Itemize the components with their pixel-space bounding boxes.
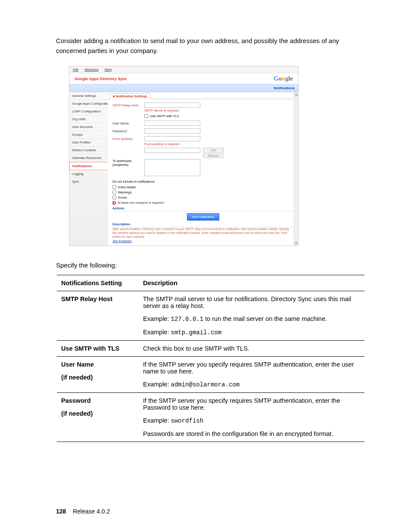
sidebar-item-user-accounts[interactable]: User Accounts (69, 123, 108, 131)
label-user-name: User Name: (112, 121, 144, 125)
sidebar-item-logging[interactable]: Logging (69, 170, 108, 178)
add-button[interactable]: Add (203, 148, 224, 152)
breadcrumb-bar: Notifications (69, 84, 298, 92)
specify-following-text: Specify the following: (56, 261, 364, 269)
error-recipient-required: At least one recipient is required. (118, 201, 165, 205)
input-smtp-relay-host[interactable] (144, 103, 200, 108)
label-password: Password: (112, 129, 144, 133)
menu-help[interactable]: Help (105, 68, 112, 72)
sidebar-item-org-units[interactable]: Org Units (69, 115, 108, 123)
error-icon: ✖ (112, 201, 116, 205)
error-from-address-required: From address is required. (144, 142, 294, 146)
sidebar-item-google-apps-configuration[interactable]: Google Apps Configuration (69, 100, 108, 108)
table-row: User Name (if needed) If the SMTP server… (57, 357, 364, 393)
label-to-addresses: To addresses (recipients) (112, 159, 144, 167)
input-from-address[interactable] (144, 136, 200, 141)
label-use-smtp-tls: Use SMTP with TLS (150, 114, 179, 118)
cell-desc-password: If the SMTP server you specify requires … (139, 393, 364, 442)
intro-text: Consider adding a notification to send m… (56, 36, 364, 56)
table-row: Password (if needed) If the SMTP server … (57, 393, 364, 442)
input-recipient[interactable] (144, 148, 200, 153)
label-warnings: Warnings (118, 190, 131, 194)
listbox-recipients[interactable] (144, 159, 200, 176)
cell-desc-smtp-relay-host: The SMTP mail server to use for notifica… (139, 291, 364, 341)
sidebar-item-notifications[interactable]: Notifications (69, 162, 108, 170)
cell-desc-user-name: If the SMTP server you specify requires … (139, 357, 364, 393)
page-footer: 128 Release 4.0.2 (56, 508, 110, 515)
menu-file[interactable]: File (73, 68, 78, 72)
app-title: Google Apps Directory Sync (75, 77, 127, 81)
sidebar-item-user-profiles[interactable]: User Profiles (69, 139, 108, 146)
description-body: After synchronization, Directory sync co… (112, 227, 294, 239)
checkbox-errors[interactable] (112, 196, 116, 199)
sidebar-item-groups[interactable]: Groups (69, 131, 108, 139)
section-actions: Actions (112, 206, 294, 212)
checkbox-warnings[interactable] (112, 190, 116, 194)
test-notification-button[interactable]: Test Notification (187, 213, 219, 221)
sidebar-item-general-settings[interactable]: General Settings (69, 92, 108, 100)
checkbox-use-smtp-tls[interactable] (144, 114, 148, 118)
link-see-examples[interactable]: See Examples (112, 240, 132, 243)
remove-button[interactable]: Remove (203, 153, 224, 158)
sidebar-item-ldap-configuration[interactable]: LDAP Configuration (69, 108, 108, 115)
cell-key-user-name: User Name (if needed) (57, 357, 139, 393)
error-smtp-server-required: SMTP Server is required. (144, 109, 294, 112)
tab-notification-settings[interactable]: ■ Notification Settings (110, 93, 150, 99)
scroll-up-icon[interactable]: ▴ (294, 93, 298, 96)
input-password[interactable] (144, 128, 200, 134)
cell-key-smtp-relay-host: SMTP Relay Host (57, 291, 139, 341)
th-setting: Notifications Setting (57, 275, 139, 291)
cell-desc-use-smtp-tls: Check this box to use SMTP with TLS. (139, 341, 364, 357)
label-errors: Errors (118, 196, 127, 199)
sidebar-item-shared-contacts[interactable]: Shared Contacts (69, 146, 108, 154)
label-smtp-relay-host: SMTP Relay Host: (112, 103, 144, 107)
table-row: Use SMTP with TLS Check this box to use … (57, 341, 364, 357)
menu-bar: File Windows Help (69, 66, 298, 73)
app-window-screenshot: File Windows Help Google Apps Directory … (69, 66, 299, 246)
input-user-name[interactable] (144, 121, 200, 126)
label-do-not-include: Do not include in notifications: (112, 180, 294, 184)
google-logo: Google (274, 75, 293, 82)
th-description: Description (139, 275, 364, 291)
menu-windows[interactable]: Windows (84, 68, 98, 72)
cell-key-password: Password (if needed) (57, 393, 139, 442)
section-description: Description (112, 222, 294, 227)
sidebar-item-calendar-resources[interactable]: Calendar Resources (69, 154, 108, 162)
label-extra-details: Extra details (118, 185, 136, 189)
table-row: SMTP Relay Host The SMTP mail server to … (57, 291, 364, 341)
settings-table: Notifications Setting Description SMTP R… (57, 275, 364, 442)
sidebar-item-sync[interactable]: Sync (69, 178, 108, 186)
cell-key-use-smtp-tls: Use SMTP with TLS (57, 341, 139, 357)
sidebar: General Settings Google Apps Configurati… (69, 92, 108, 246)
scroll-down-icon[interactable]: ▾ (294, 241, 298, 245)
form-pane: ▴ ▾ ■ Notification Settings SMTP Relay H… (108, 92, 298, 246)
checkbox-extra-details[interactable] (112, 185, 116, 189)
label-from-address: From address: (112, 137, 144, 141)
